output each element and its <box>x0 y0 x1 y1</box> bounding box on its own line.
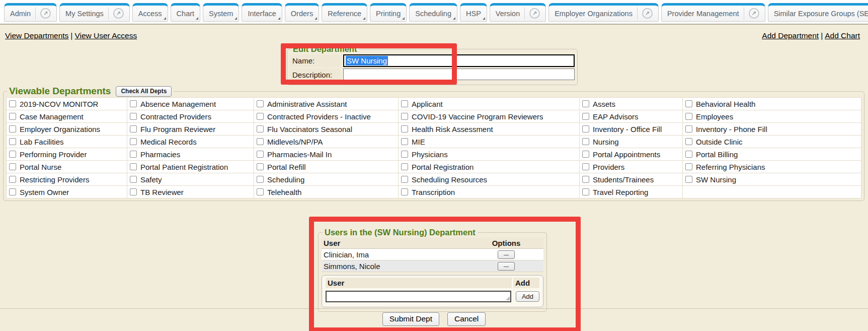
tab-reference[interactable]: Reference <box>322 3 367 22</box>
department-checkbox-covid-19-vaccine-program-reviewers[interactable] <box>401 113 408 120</box>
tab-provider-management[interactable]: Provider Management↗ <box>661 3 765 22</box>
department-cell-assets: Assets <box>580 98 683 110</box>
department-checkbox-portal-nurse[interactable] <box>9 163 16 170</box>
department-checkbox-employees[interactable] <box>685 113 692 120</box>
tab-label: Scheduling <box>415 10 451 18</box>
tab-scheduling[interactable]: Scheduling <box>409 3 457 22</box>
description-input[interactable] <box>343 69 575 80</box>
department-label: Scheduling <box>267 175 304 184</box>
link-separator: | <box>821 31 823 40</box>
department-label: Contracted Providers - Inactive <box>267 112 371 121</box>
department-cell-applicant: Applicant <box>399 98 580 110</box>
department-checkbox-nursing[interactable] <box>582 138 589 145</box>
tab-similar-exposure-groups-segs[interactable]: Similar Exposure Groups (SEGs)↗ <box>768 3 868 22</box>
department-checkbox-case-management[interactable] <box>9 113 16 120</box>
tab-hsp[interactable]: HSP <box>460 3 487 22</box>
add-user-input[interactable] <box>326 291 511 302</box>
tab-chart[interactable]: Chart <box>171 3 200 22</box>
department-checkbox-pharmacies-mail-in[interactable] <box>257 151 264 158</box>
remove-user-button[interactable]: — <box>498 262 515 271</box>
department-checkbox-mie[interactable] <box>401 138 408 145</box>
add-user-button[interactable]: Add <box>516 291 539 302</box>
department-checkbox-providers[interactable] <box>582 163 589 170</box>
department-row: Portal NursePortal Patient RegistrationP… <box>7 161 861 173</box>
users-table-header: User Options <box>322 238 543 249</box>
edit-department-panel: Edit Department Name: SW Nursing Descrip… <box>287 44 578 85</box>
department-checkbox-midlevels-np-pa[interactable] <box>257 138 264 145</box>
department-checkbox-portal-refill[interactable] <box>257 163 264 170</box>
add-user-box: User Add Add <box>322 275 543 307</box>
department-checkbox-eap-advisors[interactable] <box>582 113 589 120</box>
department-checkbox-safety[interactable] <box>130 176 137 183</box>
department-cell-mie: MIE <box>399 136 580 148</box>
name-input[interactable]: SW Nursing <box>343 54 575 67</box>
department-item: Portal Appointments <box>582 150 681 159</box>
department-checkbox-system-owner[interactable] <box>9 188 16 195</box>
department-checkbox-contracted-providers[interactable] <box>130 113 137 120</box>
department-checkbox-referring-physicians[interactable] <box>685 163 692 170</box>
department-item: Flu Program Reviewer <box>130 125 253 134</box>
check-all-depts-button[interactable]: Check All Depts <box>116 86 172 97</box>
department-checkbox-scheduling[interactable] <box>257 176 264 183</box>
department-item: TB Reviewer <box>130 188 253 196</box>
department-cell-employer-organizations: Employer Organizations <box>7 123 127 136</box>
add-department-link[interactable]: Add Department <box>762 31 819 40</box>
tab-orders[interactable]: Orders <box>285 3 319 22</box>
department-checkbox-inventory-office-fill[interactable] <box>582 125 589 133</box>
department-label: Travel Reporting <box>593 188 648 196</box>
department-checkbox-assets[interactable] <box>582 100 589 107</box>
department-checkbox-inventory-phone-fill[interactable] <box>685 125 692 133</box>
department-checkbox-contracted-providers-inactive[interactable] <box>257 113 264 120</box>
department-checkbox-physicians[interactable] <box>401 151 408 158</box>
department-label: Portal Patient Registration <box>140 163 228 171</box>
department-checkbox-outside-clinic[interactable] <box>685 138 692 145</box>
department-checkbox-portal-registration[interactable] <box>401 163 408 170</box>
tab-divider <box>637 7 638 20</box>
department-checkbox-restricting-providers[interactable] <box>9 176 16 183</box>
department-label: Employer Organizations <box>20 125 100 134</box>
add-chart-link[interactable]: Add Chart <box>825 31 860 40</box>
cancel-button[interactable]: Cancel <box>447 312 486 326</box>
department-label: Midlevels/NP/PA <box>267 138 323 146</box>
tab-access[interactable]: Access <box>132 3 168 22</box>
view-departments-link[interactable]: View Departments <box>5 31 68 40</box>
submit-dept-button[interactable]: Submit Dept <box>382 312 439 326</box>
department-checkbox-absence-management[interactable] <box>130 100 137 107</box>
department-checkbox-behavioral-health[interactable] <box>685 100 692 107</box>
department-checkbox-transcription[interactable] <box>401 188 408 195</box>
department-checkbox-telehealth[interactable] <box>257 188 264 195</box>
department-checkbox-2019-ncov-monitor[interactable] <box>9 100 16 107</box>
tab-printing[interactable]: Printing <box>370 3 407 22</box>
department-label: Portal Refill <box>267 163 306 171</box>
department-checkbox-travel-reporting[interactable] <box>582 188 589 195</box>
tab-system[interactable]: System <box>203 3 239 22</box>
department-checkbox-portal-appointments[interactable] <box>582 151 589 158</box>
department-checkbox-flu-program-reviewer[interactable] <box>130 125 137 133</box>
department-checkbox-flu-vaccinators-seasonal[interactable] <box>257 125 264 133</box>
view-user-access-link[interactable]: View User Access <box>74 31 137 40</box>
tab-employer-organizations[interactable]: Employer Organizations↗ <box>548 3 659 22</box>
department-checkbox-pharmacies[interactable] <box>130 151 137 158</box>
department-checkbox-students-trainees[interactable] <box>582 176 589 183</box>
tab-my-settings[interactable]: My Settings↗ <box>59 3 130 22</box>
department-checkbox-health-risk-assessment[interactable] <box>401 125 408 133</box>
department-item: Students/Trainees <box>582 175 681 184</box>
department-checkbox-lab-facilities[interactable] <box>9 138 16 145</box>
department-label: Administrative Assistant <box>267 100 347 108</box>
department-checkbox-portal-patient-registration[interactable] <box>130 163 137 170</box>
department-checkbox-portal-billing[interactable] <box>685 151 692 158</box>
tab-interface[interactable]: Interface <box>242 3 282 22</box>
department-checkbox-sw-nursing[interactable] <box>685 176 692 183</box>
department-label: SW Nursing <box>696 175 736 184</box>
tab-admin[interactable]: Admin↗ <box>4 3 57 22</box>
department-checkbox-medical-records[interactable] <box>130 138 137 145</box>
department-label: Applicant <box>412 100 443 108</box>
department-checkbox-scheduling-resources[interactable] <box>401 176 408 183</box>
department-checkbox-administrative-assistant[interactable] <box>257 100 264 107</box>
tab-version[interactable]: Version↗ <box>490 3 546 22</box>
department-checkbox-performing-provider[interactable] <box>9 151 16 158</box>
department-checkbox-tb-reviewer[interactable] <box>130 188 137 195</box>
department-checkbox-employer-organizations[interactable] <box>9 125 16 133</box>
department-checkbox-applicant[interactable] <box>401 100 408 107</box>
remove-user-button[interactable]: — <box>498 250 515 259</box>
